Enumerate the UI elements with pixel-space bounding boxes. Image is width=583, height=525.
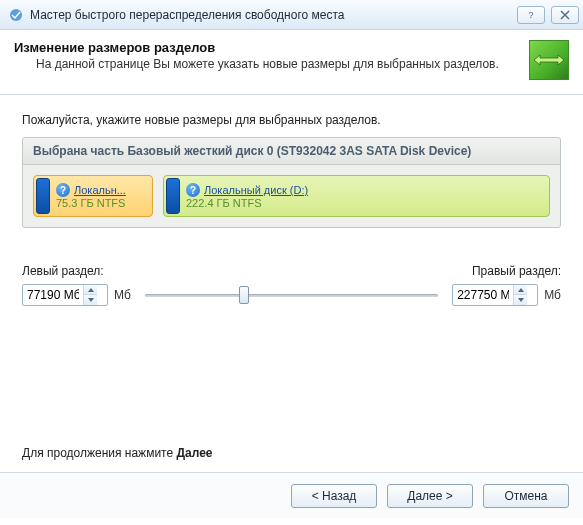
instruction-text: Пожалуйста, укажите новые размеры для вы… — [22, 113, 561, 127]
partition-detail: 222.4 ГБ NTFS — [186, 197, 547, 209]
partition-bar-icon — [36, 178, 50, 214]
spin-down-icon[interactable] — [514, 295, 527, 305]
right-size-spinbox[interactable] — [452, 284, 538, 306]
partition-detail: 75.3 ГБ NTFS — [56, 197, 150, 209]
content-area: Пожалуйста, укажите новые размеры для вы… — [0, 95, 583, 472]
info-icon: ? — [56, 183, 70, 197]
app-icon — [8, 7, 24, 23]
disk-label: Выбрана часть Базовый жесткий диск 0 (ST… — [23, 138, 560, 165]
partition-name: Локальн... — [74, 184, 126, 196]
partition-right[interactable]: ? Локальный диск (D:) 222.4 ГБ NTFS — [163, 175, 550, 217]
svg-point-0 — [10, 9, 22, 21]
spin-down-icon[interactable] — [84, 295, 97, 305]
wizard-footer: < Назад Далее > Отмена — [0, 472, 583, 518]
help-button[interactable]: ? — [517, 6, 545, 24]
back-button[interactable]: < Назад — [291, 484, 377, 508]
svg-text:?: ? — [528, 10, 533, 20]
partition-bar-icon — [166, 178, 180, 214]
spin-up-icon[interactable] — [84, 285, 97, 295]
spin-up-icon[interactable] — [514, 285, 527, 295]
resize-icon — [529, 40, 569, 80]
right-partition-label: Правый раздел: — [472, 264, 561, 278]
page-subtitle: На данной странице Вы можете указать нов… — [14, 57, 519, 71]
disk-panel: Выбрана часть Базовый жесткий диск 0 (ST… — [22, 137, 561, 228]
right-size-input[interactable] — [453, 285, 513, 305]
cancel-button[interactable]: Отмена — [483, 484, 569, 508]
unit-label: Мб — [114, 288, 131, 302]
wizard-header: Изменение размеров разделов На данной ст… — [0, 30, 583, 95]
left-size-input[interactable] — [23, 285, 83, 305]
window-title: Мастер быстрого перераспределения свобод… — [30, 8, 511, 22]
partition-left[interactable]: ? Локальн... 75.3 ГБ NTFS — [33, 175, 153, 217]
continue-hint: Для продолжения нажмите Далее — [22, 446, 561, 460]
page-title: Изменение размеров разделов — [14, 40, 519, 55]
partition-name: Локальный диск (D:) — [204, 184, 308, 196]
close-button[interactable] — [551, 6, 579, 24]
left-size-spinbox[interactable] — [22, 284, 108, 306]
unit-label: Мб — [544, 288, 561, 302]
title-bar: Мастер быстрого перераспределения свобод… — [0, 0, 583, 30]
info-icon: ? — [186, 183, 200, 197]
partitions-row: ? Локальн... 75.3 ГБ NTFS ? Локальный ди… — [23, 165, 560, 227]
slider-area: Левый раздел: Правый раздел: Мб — [22, 264, 561, 306]
left-partition-label: Левый раздел: — [22, 264, 104, 278]
slider-thumb[interactable] — [239, 286, 249, 304]
next-button[interactable]: Далее > — [387, 484, 473, 508]
size-slider-track[interactable] — [145, 284, 438, 306]
